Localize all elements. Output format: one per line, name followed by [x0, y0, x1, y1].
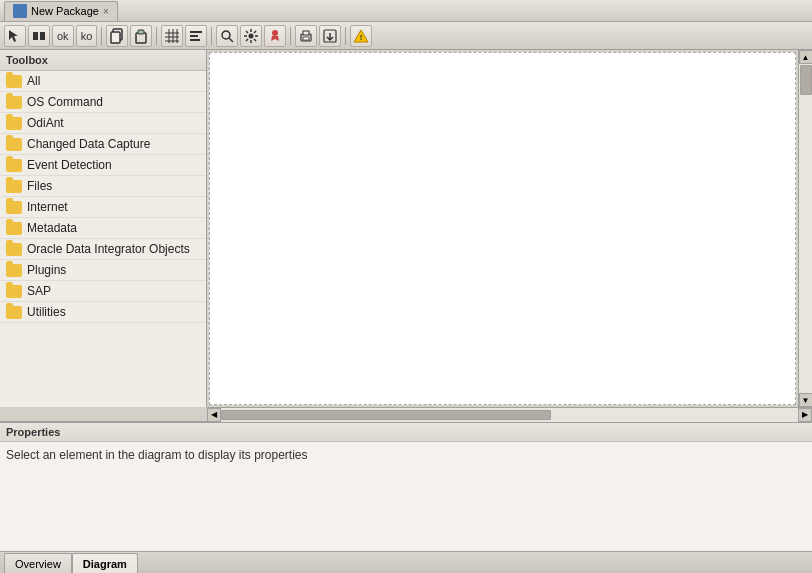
toolbox-item-label-files: Files [27, 179, 52, 193]
svg-point-19 [272, 30, 278, 36]
toolbox-item-changed-data-capture[interactable]: Changed Data Capture [0, 134, 206, 155]
tab-label: New Package [31, 5, 99, 17]
toolbar-sep-4 [290, 27, 291, 45]
folder-icon-event-detection [6, 159, 22, 172]
ko-label: ko [81, 30, 93, 42]
properties-header: Properties [0, 423, 812, 442]
toolbar: ok ko [0, 22, 812, 50]
toolbox-item-sap[interactable]: SAP [0, 281, 206, 302]
toolbox-item-label-internet: Internet [27, 200, 68, 214]
folder-icon-all [6, 75, 22, 88]
diagram-canvas[interactable] [209, 52, 796, 405]
grid-button[interactable] [161, 25, 183, 47]
toolbox-list: AllOS CommandOdiAntChanged Data CaptureE… [0, 71, 206, 407]
print-button[interactable] [295, 25, 317, 47]
svg-rect-15 [190, 39, 200, 41]
toolbar-sep-2 [156, 27, 157, 45]
folder-icon-odiant [6, 117, 22, 130]
export-button[interactable] [319, 25, 341, 47]
scroll-track [799, 96, 813, 393]
svg-rect-22 [303, 37, 309, 40]
svg-rect-2 [40, 32, 45, 40]
svg-point-18 [249, 33, 254, 38]
svg-rect-1 [33, 32, 38, 40]
toolbar-sep-5 [345, 27, 346, 45]
toolbox-item-metadata[interactable]: Metadata [0, 218, 206, 239]
svg-rect-14 [190, 35, 198, 37]
ko-button[interactable]: ko [76, 25, 98, 47]
properties-content: Select an element in the diagram to disp… [0, 442, 812, 551]
svg-line-17 [229, 38, 233, 42]
scroll-right-arrow[interactable]: ▶ [798, 408, 812, 422]
align-button[interactable] [185, 25, 207, 47]
toolbox-item-odiant[interactable]: OdiAnt [0, 113, 206, 134]
scroll-thumb[interactable] [800, 65, 812, 95]
toolbar-sep-3 [211, 27, 212, 45]
toolbox-item-label-event-detection: Event Detection [27, 158, 112, 172]
toolbox-item-files[interactable]: Files [0, 176, 206, 197]
toolbox-item-label-os-command: OS Command [27, 95, 103, 109]
toolbox-item-label-utilities: Utilities [27, 305, 66, 319]
settings-button[interactable] [240, 25, 262, 47]
folder-icon-plugins [6, 264, 22, 277]
main-area: Toolbox AllOS CommandOdiAntChanged Data … [0, 50, 812, 551]
toolbox-item-os-command[interactable]: OS Command [0, 92, 206, 113]
svg-rect-6 [138, 30, 144, 34]
diagram-container: ▲ ▼ [207, 50, 812, 407]
folder-icon-changed-data-capture [6, 138, 22, 151]
svg-rect-21 [303, 31, 309, 35]
svg-rect-4 [111, 32, 120, 43]
toolbox-item-all[interactable]: All [0, 71, 206, 92]
toolbox-item-label-metadata: Metadata [27, 221, 77, 235]
tab-diagram[interactable]: Diagram [72, 553, 138, 573]
hscroll-thumb[interactable] [221, 410, 551, 420]
folder-icon-oracle-data-integrator [6, 243, 22, 256]
toolbox-item-label-sap: SAP [27, 284, 51, 298]
folder-icon-os-command [6, 96, 22, 109]
zoom-button[interactable] [216, 25, 238, 47]
toolbox-item-plugins[interactable]: Plugins [0, 260, 206, 281]
svg-point-16 [222, 31, 230, 39]
toolbox-item-internet[interactable]: Internet [0, 197, 206, 218]
svg-rect-13 [190, 31, 202, 33]
svg-text:!: ! [360, 33, 363, 42]
properties-panel: Properties Select an element in the diag… [0, 421, 812, 551]
ok-button[interactable]: ok [52, 25, 74, 47]
toolbar-sep-1 [101, 27, 102, 45]
warning-button[interactable]: ! [350, 25, 372, 47]
paste-button[interactable] [130, 25, 152, 47]
bottom-tabs: Overview Diagram [0, 551, 812, 573]
folder-icon-sap [6, 285, 22, 298]
diagram-hscroll[interactable]: ◀ ▶ [207, 407, 812, 421]
folder-icon-files [6, 180, 22, 193]
scroll-left-arrow[interactable]: ◀ [207, 408, 221, 422]
package-tab[interactable]: New Package × [4, 1, 118, 21]
tab-overview-label: Overview [15, 558, 61, 570]
debug-button[interactable] [264, 25, 286, 47]
toolbox-item-label-all: All [27, 74, 40, 88]
toolbox-item-event-detection[interactable]: Event Detection [0, 155, 206, 176]
tab-diagram-label: Diagram [83, 558, 127, 570]
folder-icon-utilities [6, 306, 22, 319]
svg-marker-0 [9, 30, 18, 42]
scroll-down-arrow[interactable]: ▼ [799, 393, 813, 407]
diagram-vscroll[interactable]: ▲ ▼ [798, 50, 812, 407]
toolbox-item-label-plugins: Plugins [27, 263, 66, 277]
ok-label: ok [57, 30, 69, 42]
toolbox-item-oracle-data-integrator[interactable]: Oracle Data Integrator Objects [0, 239, 206, 260]
cursor-button[interactable] [4, 25, 26, 47]
tab-overview[interactable]: Overview [4, 553, 72, 573]
work-area: Toolbox AllOS CommandOdiAntChanged Data … [0, 50, 812, 407]
scroll-up-arrow[interactable]: ▲ [799, 50, 813, 64]
toolbox-header: Toolbox [0, 50, 206, 71]
close-tab-button[interactable]: × [103, 6, 109, 17]
toolbox-item-utilities[interactable]: Utilities [0, 302, 206, 323]
toolbox-item-label-oracle-data-integrator: Oracle Data Integrator Objects [27, 242, 190, 256]
hscroll-track [221, 408, 798, 422]
toolbox-panel: Toolbox AllOS CommandOdiAntChanged Data … [0, 50, 207, 407]
package-icon [13, 4, 27, 18]
run-button[interactable] [28, 25, 50, 47]
title-bar: New Package × [0, 0, 812, 22]
toolbox-item-label-changed-data-capture: Changed Data Capture [27, 137, 150, 151]
copy-button[interactable] [106, 25, 128, 47]
